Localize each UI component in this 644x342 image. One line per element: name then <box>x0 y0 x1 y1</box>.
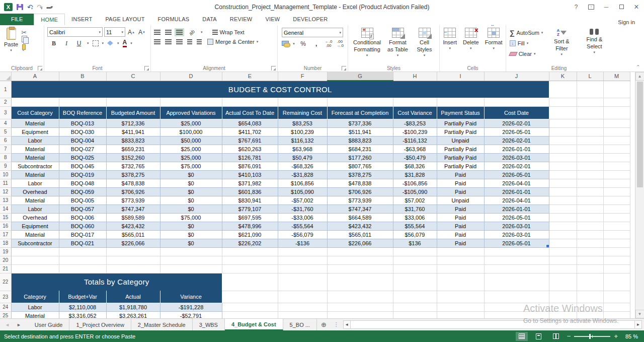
cell-H20[interactable] <box>393 256 437 264</box>
cell-H7[interactable]: -$63,968 <box>393 145 437 153</box>
cell-G12[interactable]: $706,926 <box>327 187 393 196</box>
sheet-tab-master-schedule[interactable]: 2_Master Schedule <box>131 319 193 330</box>
minimize-button[interactable]: ─ <box>599 2 614 13</box>
cell-M8[interactable] <box>603 153 630 162</box>
cell-I19[interactable] <box>437 247 484 256</box>
cell-E7[interactable]: $620,263 <box>222 145 278 153</box>
cell-H22[interactable] <box>393 273 437 291</box>
cell-H23[interactable] <box>393 291 437 303</box>
cell-J9[interactable]: 2026-02-01 <box>484 162 549 170</box>
cell-M11[interactable] <box>603 179 630 187</box>
table-header-B23[interactable]: Budget+Var <box>59 291 106 303</box>
row-header-16[interactable]: 16 <box>0 222 11 230</box>
cell-D13[interactable]: $0 <box>160 196 222 204</box>
cell-L12[interactable] <box>577 187 603 196</box>
cell-J23[interactable] <box>484 291 549 303</box>
row-header-22[interactable]: 22 <box>0 273 11 291</box>
cell-B8[interactable]: BOQ-025 <box>59 153 106 162</box>
format-dropdown-icon[interactable]: ▾ <box>493 46 495 51</box>
row-header-3[interactable]: 3 <box>0 106 11 119</box>
cell-J4[interactable]: 2026-02-01 <box>484 119 549 127</box>
cell-B13[interactable]: BOQ-005 <box>59 196 106 204</box>
cell-C21[interactable] <box>106 264 160 273</box>
scroll-left-icon[interactable]: ◄ <box>343 320 351 329</box>
cell-J15[interactable]: 2026-05-01 <box>484 213 549 222</box>
cell-H8[interactable]: -$50,479 <box>393 153 437 162</box>
column-header-K[interactable]: K <box>549 72 577 81</box>
cell-D9[interactable]: $75,000 <box>160 162 222 170</box>
cell-D24[interactable]: -$191,228 <box>160 303 222 311</box>
cell-L17[interactable] <box>577 230 603 239</box>
cell-J24[interactable] <box>484 303 549 311</box>
new-sheet-button[interactable]: ⊕ <box>317 319 331 330</box>
zoom-slider[interactable] <box>574 336 610 337</box>
zoom-out-button[interactable]: − <box>567 332 571 340</box>
row-header-6[interactable]: 6 <box>0 136 11 145</box>
cell-K6[interactable] <box>549 136 577 145</box>
cell-L1[interactable] <box>577 81 603 98</box>
cell-K16[interactable] <box>549 222 577 230</box>
cell-M22[interactable] <box>603 273 630 291</box>
cell-J17[interactable]: 2026-03-01 <box>484 230 549 239</box>
table-header-H3[interactable]: Cost Variance <box>393 106 437 119</box>
cell-B5[interactable]: BOQ-030 <box>59 127 106 136</box>
number-dialog-launcher-icon[interactable] <box>342 66 346 71</box>
clear-dropdown-icon[interactable]: ▾ <box>534 52 536 56</box>
paste-dropdown-icon[interactable]: ▾ <box>10 48 12 53</box>
cell-D25[interactable]: -$52,791 <box>160 311 222 318</box>
cell-J11[interactable]: 2026-04-01 <box>484 179 549 187</box>
cell-B11[interactable]: BOQ-048 <box>59 179 106 187</box>
autosum-button[interactable]: ∑AutoSum▾ <box>510 28 543 37</box>
cell-B14[interactable]: BOQ-057 <box>59 204 106 213</box>
cell-H14[interactable]: $31,760 <box>393 204 437 213</box>
cell-L13[interactable] <box>577 196 603 204</box>
cell-K24[interactable] <box>549 303 577 311</box>
cell-K2[interactable] <box>549 98 577 106</box>
wrap-text-button[interactable]: Wrap Text <box>212 29 245 35</box>
cell-H18[interactable]: $136 <box>393 239 437 247</box>
cell-B21[interactable] <box>59 264 106 273</box>
cell-C24[interactable]: $1,918,780 <box>106 303 160 311</box>
cell-M16[interactable] <box>603 222 630 230</box>
table-header-C23[interactable]: Actual <box>106 291 160 303</box>
zoom-slider-thumb[interactable] <box>589 334 591 339</box>
find-select-dropdown-icon[interactable]: ▾ <box>594 50 596 55</box>
format-as-table-button[interactable]: Format as Table ▾ <box>383 27 413 58</box>
cell-I11[interactable]: Paid <box>437 179 484 187</box>
bottom-align-icon[interactable] <box>176 30 183 35</box>
cell-J12[interactable]: 2026-01-01 <box>484 187 549 196</box>
cell-F15[interactable]: -$33,006 <box>278 213 327 222</box>
cell-M4[interactable] <box>603 119 630 127</box>
undo-dropdown-icon[interactable]: ▾ <box>31 7 33 10</box>
column-header-J[interactable]: J <box>484 72 549 81</box>
cell-F4[interactable]: $83,253 <box>278 119 327 127</box>
cell-A13[interactable]: Material <box>11 196 59 204</box>
sheet-tab-user-guide[interactable]: User Guide <box>28 319 70 330</box>
cell-G23[interactable] <box>327 291 393 303</box>
cell-L5[interactable] <box>577 127 603 136</box>
cell-F12[interactable]: $105,090 <box>278 187 327 196</box>
cell-K1[interactable] <box>549 81 577 98</box>
cell-C12[interactable]: $706,926 <box>106 187 160 196</box>
cell-C6[interactable]: $833,823 <box>106 136 160 145</box>
cell-J21[interactable] <box>484 264 549 273</box>
tab-formulas[interactable]: FORMULAS <box>151 14 196 25</box>
cell-I24[interactable] <box>437 303 484 311</box>
cell-G22[interactable] <box>327 273 393 291</box>
cell-G10[interactable]: $378,275 <box>327 170 393 179</box>
sheet-title-cell[interactable]: BUDGET & COST CONTROL <box>11 81 549 98</box>
tab-home[interactable]: HOME <box>34 14 65 25</box>
cell-G19[interactable] <box>327 247 393 256</box>
cell-A8[interactable]: Material <box>11 153 59 162</box>
cell-H15[interactable]: $33,006 <box>393 213 437 222</box>
cell-M7[interactable] <box>603 145 630 153</box>
cell-B7[interactable]: BOQ-027 <box>59 145 106 153</box>
cell-A25[interactable]: Material <box>11 311 59 318</box>
cell-B4[interactable]: BOQ-013 <box>59 119 106 127</box>
cell-E11[interactable]: $371,982 <box>222 179 278 187</box>
column-header-D[interactable]: D <box>160 72 222 81</box>
cell-J5[interactable]: 2026-05-01 <box>484 127 549 136</box>
cell-C17[interactable]: $565,011 <box>106 230 160 239</box>
cell-L16[interactable] <box>577 222 603 230</box>
fill-button[interactable]: ↓Fill▾ <box>510 38 543 48</box>
